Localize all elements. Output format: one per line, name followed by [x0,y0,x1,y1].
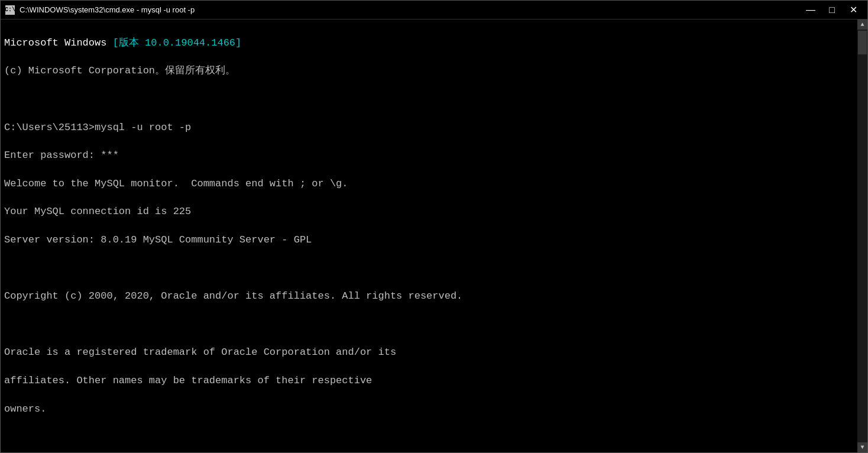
scrollbar-track[interactable] [857,30,867,442]
terminal-output[interactable]: Microsoft Windows [版本 10.0.19044.1466] (… [1,20,857,452]
line-5: Welcome to the MySQL monitor. Commands e… [4,177,854,191]
title-bar-left: C:\ C:\WINDOWS\system32\cmd.exe - mysql … [5,5,195,15]
line-empty-4 [4,430,854,444]
line-empty-2 [4,261,854,276]
line-9: Oracle is a registered trademark of Orac… [4,345,854,360]
line-8: Copyright (c) 2000, 2020, Oracle and/or … [4,289,854,303]
scrollbar-thumb[interactable] [858,31,867,54]
scroll-up-arrow[interactable]: ▲ [857,20,867,30]
title-bar: C:\ C:\WINDOWS\system32\cmd.exe - mysql … [1,1,867,20]
cmd-window: C:\ C:\WINDOWS\system32\cmd.exe - mysql … [0,0,868,453]
minimize-button[interactable]: — [801,2,820,18]
window-controls: — □ ✕ [801,2,863,18]
line-empty-3 [4,318,854,332]
window-title: C:\WINDOWS\system32\cmd.exe - mysql -u r… [20,5,195,14]
line-4: Enter password: *** [4,148,854,163]
line-3: C:\Users\25113>mysql -u root -p [4,121,854,135]
line-2: (c) Microsoft Corporation。保留所有权利。 [4,64,854,78]
cmd-icon: C:\ [5,5,15,15]
line-7: Server version: 8.0.19 MySQL Community S… [4,233,854,247]
close-button[interactable]: ✕ [844,2,863,18]
line-10: affiliates. Other names may be trademark… [4,374,854,388]
line-11: owners. [4,402,854,416]
line-1: Microsoft Windows [版本 10.0.19044.1466] [4,36,854,50]
line-empty-1 [4,92,854,106]
scroll-down-arrow[interactable]: ▼ [857,442,867,452]
line-6: Your MySQL connection id is 225 [4,205,854,219]
content-area: Microsoft Windows [版本 10.0.19044.1466] (… [1,20,867,452]
scrollbar[interactable]: ▲ ▼ [857,20,867,452]
maximize-button[interactable]: □ [822,2,841,18]
